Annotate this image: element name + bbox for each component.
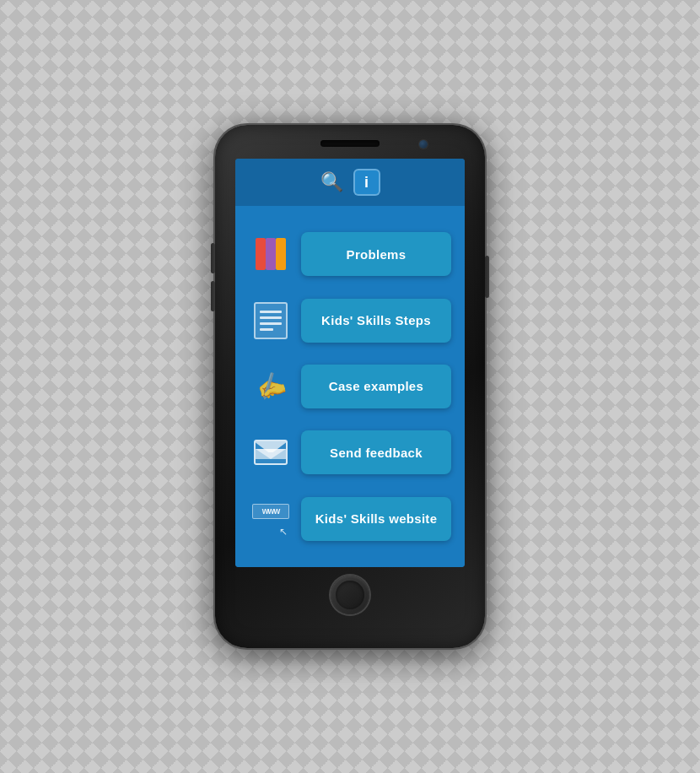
problems-button[interactable]: Problems — [301, 232, 451, 276]
menu-item-case-examples[interactable]: ✍ Case examples — [249, 359, 451, 414]
case-examples-button[interactable]: Case examples — [301, 365, 451, 408]
menu-item-problems[interactable]: Problems — [249, 226, 451, 282]
kids-skills-website-button[interactable]: Kids' Skills website — [301, 497, 451, 541]
www-icon: www ↖ — [252, 504, 289, 534]
send-feedback-icon-box — [249, 430, 293, 474]
power-button[interactable] — [485, 256, 489, 298]
kids-skills-website-icon-box: www ↖ — [249, 497, 293, 541]
feather-icon: ✍ — [252, 368, 289, 404]
home-button-inner — [336, 581, 364, 609]
screen-menu: Problems Kids' Skills Steps — [235, 206, 465, 567]
info-button[interactable]: i — [353, 169, 380, 196]
phone-device: 🔍 i Problems — [215, 125, 485, 648]
volume-up-button[interactable] — [211, 243, 215, 273]
camera — [419, 140, 428, 149]
menu-item-send-feedback[interactable]: Send feedback — [249, 424, 451, 480]
search-icon[interactable]: 🔍 — [320, 171, 343, 193]
volume-down-button[interactable] — [211, 281, 215, 311]
info-label: i — [364, 174, 369, 192]
kids-skills-steps-button[interactable]: Kids' Skills Steps — [301, 299, 451, 343]
menu-item-kids-skills-steps[interactable]: Kids' Skills Steps — [249, 293, 451, 349]
send-feedback-button[interactable]: Send feedback — [301, 430, 451, 474]
kids-skills-steps-icon-box — [249, 299, 293, 343]
case-examples-icon-box: ✍ — [249, 365, 293, 408]
kids-skills-website-label: Kids' Skills website — [315, 511, 438, 526]
binders-icon — [252, 235, 289, 273]
send-feedback-label: Send feedback — [330, 446, 423, 460]
case-examples-label: Case examples — [329, 379, 423, 393]
problems-icon-box — [249, 232, 293, 276]
document-icon — [254, 302, 288, 339]
home-button[interactable] — [331, 576, 369, 614]
screen-header: 🔍 i — [235, 159, 465, 206]
menu-item-kids-skills-website[interactable]: www ↖ Kids' Skills website — [249, 491, 451, 547]
earpiece — [320, 140, 380, 147]
phone-screen: 🔍 i Problems — [235, 159, 465, 567]
problems-label: Problems — [347, 247, 407, 262]
kids-skills-steps-label: Kids' Skills Steps — [321, 313, 431, 327]
envelope-icon — [254, 440, 288, 465]
